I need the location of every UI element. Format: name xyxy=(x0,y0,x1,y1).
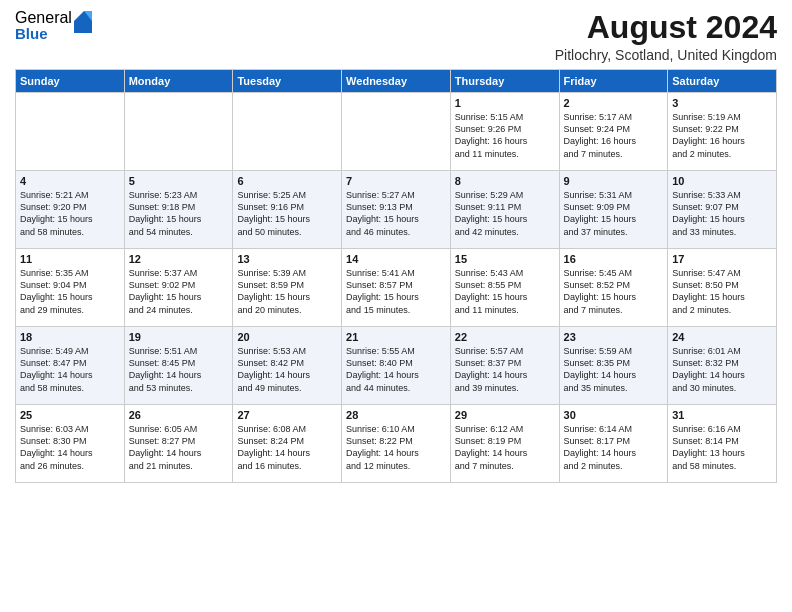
header-cell-wednesday: Wednesday xyxy=(342,70,451,93)
day-cell: 13Sunrise: 5:39 AM Sunset: 8:59 PM Dayli… xyxy=(233,249,342,327)
day-number: 10 xyxy=(672,175,772,187)
week-row-1: 1Sunrise: 5:15 AM Sunset: 9:26 PM Daylig… xyxy=(16,93,777,171)
day-info: Sunrise: 5:37 AM Sunset: 9:02 PM Dayligh… xyxy=(129,267,229,316)
day-number: 19 xyxy=(129,331,229,343)
day-cell: 21Sunrise: 5:55 AM Sunset: 8:40 PM Dayli… xyxy=(342,327,451,405)
day-info: Sunrise: 6:10 AM Sunset: 8:22 PM Dayligh… xyxy=(346,423,446,472)
day-info: Sunrise: 6:12 AM Sunset: 8:19 PM Dayligh… xyxy=(455,423,555,472)
day-info: Sunrise: 6:14 AM Sunset: 8:17 PM Dayligh… xyxy=(564,423,664,472)
day-info: Sunrise: 5:45 AM Sunset: 8:52 PM Dayligh… xyxy=(564,267,664,316)
day-info: Sunrise: 5:55 AM Sunset: 8:40 PM Dayligh… xyxy=(346,345,446,394)
day-cell: 8Sunrise: 5:29 AM Sunset: 9:11 PM Daylig… xyxy=(450,171,559,249)
logo-general: General xyxy=(15,10,72,26)
day-info: Sunrise: 6:08 AM Sunset: 8:24 PM Dayligh… xyxy=(237,423,337,472)
week-row-3: 11Sunrise: 5:35 AM Sunset: 9:04 PM Dayli… xyxy=(16,249,777,327)
day-number: 20 xyxy=(237,331,337,343)
day-number: 13 xyxy=(237,253,337,265)
calendar-container: General Blue August 2024 Pitlochry, Scot… xyxy=(0,0,792,493)
day-number: 6 xyxy=(237,175,337,187)
day-info: Sunrise: 5:27 AM Sunset: 9:13 PM Dayligh… xyxy=(346,189,446,238)
month-title: August 2024 xyxy=(555,10,777,45)
day-info: Sunrise: 5:15 AM Sunset: 9:26 PM Dayligh… xyxy=(455,111,555,160)
day-info: Sunrise: 5:25 AM Sunset: 9:16 PM Dayligh… xyxy=(237,189,337,238)
day-cell: 25Sunrise: 6:03 AM Sunset: 8:30 PM Dayli… xyxy=(16,405,125,483)
day-number: 29 xyxy=(455,409,555,421)
day-info: Sunrise: 6:05 AM Sunset: 8:27 PM Dayligh… xyxy=(129,423,229,472)
day-info: Sunrise: 5:35 AM Sunset: 9:04 PM Dayligh… xyxy=(20,267,120,316)
day-info: Sunrise: 5:19 AM Sunset: 9:22 PM Dayligh… xyxy=(672,111,772,160)
header-cell-tuesday: Tuesday xyxy=(233,70,342,93)
calendar-table: SundayMondayTuesdayWednesdayThursdayFrid… xyxy=(15,69,777,483)
day-number: 5 xyxy=(129,175,229,187)
day-number: 12 xyxy=(129,253,229,265)
logo: General Blue xyxy=(15,10,92,41)
header-cell-sunday: Sunday xyxy=(16,70,125,93)
day-info: Sunrise: 5:33 AM Sunset: 9:07 PM Dayligh… xyxy=(672,189,772,238)
day-cell: 23Sunrise: 5:59 AM Sunset: 8:35 PM Dayli… xyxy=(559,327,668,405)
day-cell: 1Sunrise: 5:15 AM Sunset: 9:26 PM Daylig… xyxy=(450,93,559,171)
day-info: Sunrise: 5:53 AM Sunset: 8:42 PM Dayligh… xyxy=(237,345,337,394)
day-info: Sunrise: 5:21 AM Sunset: 9:20 PM Dayligh… xyxy=(20,189,120,238)
day-cell: 10Sunrise: 5:33 AM Sunset: 9:07 PM Dayli… xyxy=(668,171,777,249)
day-number: 27 xyxy=(237,409,337,421)
day-cell xyxy=(342,93,451,171)
day-info: Sunrise: 5:23 AM Sunset: 9:18 PM Dayligh… xyxy=(129,189,229,238)
day-number: 9 xyxy=(564,175,664,187)
day-cell: 28Sunrise: 6:10 AM Sunset: 8:22 PM Dayli… xyxy=(342,405,451,483)
day-info: Sunrise: 5:49 AM Sunset: 8:47 PM Dayligh… xyxy=(20,345,120,394)
day-cell xyxy=(16,93,125,171)
day-number: 16 xyxy=(564,253,664,265)
header-row: SundayMondayTuesdayWednesdayThursdayFrid… xyxy=(16,70,777,93)
day-info: Sunrise: 5:39 AM Sunset: 8:59 PM Dayligh… xyxy=(237,267,337,316)
day-cell: 6Sunrise: 5:25 AM Sunset: 9:16 PM Daylig… xyxy=(233,171,342,249)
day-cell xyxy=(124,93,233,171)
day-info: Sunrise: 5:59 AM Sunset: 8:35 PM Dayligh… xyxy=(564,345,664,394)
day-cell: 22Sunrise: 5:57 AM Sunset: 8:37 PM Dayli… xyxy=(450,327,559,405)
header-cell-friday: Friday xyxy=(559,70,668,93)
day-number: 23 xyxy=(564,331,664,343)
location: Pitlochry, Scotland, United Kingdom xyxy=(555,47,777,63)
day-cell: 30Sunrise: 6:14 AM Sunset: 8:17 PM Dayli… xyxy=(559,405,668,483)
day-number: 31 xyxy=(672,409,772,421)
day-number: 3 xyxy=(672,97,772,109)
week-row-5: 25Sunrise: 6:03 AM Sunset: 8:30 PM Dayli… xyxy=(16,405,777,483)
day-info: Sunrise: 5:17 AM Sunset: 9:24 PM Dayligh… xyxy=(564,111,664,160)
day-info: Sunrise: 6:16 AM Sunset: 8:14 PM Dayligh… xyxy=(672,423,772,472)
day-cell: 29Sunrise: 6:12 AM Sunset: 8:19 PM Dayli… xyxy=(450,405,559,483)
header-cell-thursday: Thursday xyxy=(450,70,559,93)
logo-text: General Blue xyxy=(15,10,72,41)
day-cell: 16Sunrise: 5:45 AM Sunset: 8:52 PM Dayli… xyxy=(559,249,668,327)
day-cell: 7Sunrise: 5:27 AM Sunset: 9:13 PM Daylig… xyxy=(342,171,451,249)
day-info: Sunrise: 5:47 AM Sunset: 8:50 PM Dayligh… xyxy=(672,267,772,316)
header-cell-saturday: Saturday xyxy=(668,70,777,93)
day-number: 18 xyxy=(20,331,120,343)
day-cell: 4Sunrise: 5:21 AM Sunset: 9:20 PM Daylig… xyxy=(16,171,125,249)
day-cell: 19Sunrise: 5:51 AM Sunset: 8:45 PM Dayli… xyxy=(124,327,233,405)
day-number: 22 xyxy=(455,331,555,343)
logo-icon xyxy=(74,11,92,33)
day-number: 26 xyxy=(129,409,229,421)
title-block: August 2024 Pitlochry, Scotland, United … xyxy=(555,10,777,63)
day-number: 24 xyxy=(672,331,772,343)
day-number: 25 xyxy=(20,409,120,421)
day-info: Sunrise: 5:29 AM Sunset: 9:11 PM Dayligh… xyxy=(455,189,555,238)
day-cell: 27Sunrise: 6:08 AM Sunset: 8:24 PM Dayli… xyxy=(233,405,342,483)
day-number: 14 xyxy=(346,253,446,265)
day-cell: 31Sunrise: 6:16 AM Sunset: 8:14 PM Dayli… xyxy=(668,405,777,483)
day-cell: 20Sunrise: 5:53 AM Sunset: 8:42 PM Dayli… xyxy=(233,327,342,405)
day-number: 30 xyxy=(564,409,664,421)
day-number: 7 xyxy=(346,175,446,187)
day-cell: 18Sunrise: 5:49 AM Sunset: 8:47 PM Dayli… xyxy=(16,327,125,405)
day-number: 2 xyxy=(564,97,664,109)
day-number: 4 xyxy=(20,175,120,187)
day-info: Sunrise: 5:41 AM Sunset: 8:57 PM Dayligh… xyxy=(346,267,446,316)
day-number: 15 xyxy=(455,253,555,265)
day-info: Sunrise: 6:03 AM Sunset: 8:30 PM Dayligh… xyxy=(20,423,120,472)
day-number: 21 xyxy=(346,331,446,343)
day-cell: 17Sunrise: 5:47 AM Sunset: 8:50 PM Dayli… xyxy=(668,249,777,327)
day-cell: 24Sunrise: 6:01 AM Sunset: 8:32 PM Dayli… xyxy=(668,327,777,405)
day-info: Sunrise: 5:51 AM Sunset: 8:45 PM Dayligh… xyxy=(129,345,229,394)
day-cell: 11Sunrise: 5:35 AM Sunset: 9:04 PM Dayli… xyxy=(16,249,125,327)
day-number: 11 xyxy=(20,253,120,265)
day-cell: 15Sunrise: 5:43 AM Sunset: 8:55 PM Dayli… xyxy=(450,249,559,327)
